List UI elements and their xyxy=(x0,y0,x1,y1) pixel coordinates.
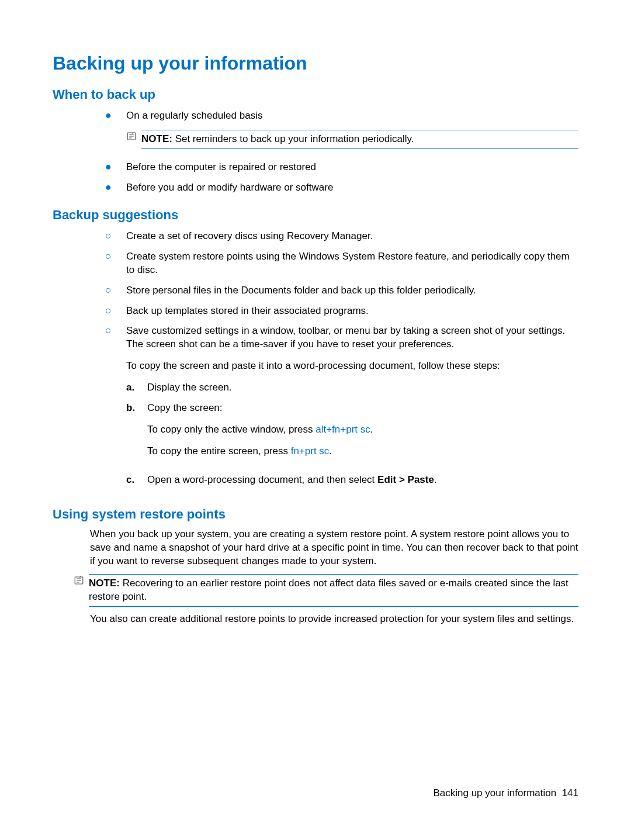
step-c: c. Open a word-processing document, and … xyxy=(126,473,578,487)
list-item: ○ Back up templates stored in their asso… xyxy=(105,305,578,318)
keyboard-shortcut: fn+prt sc xyxy=(291,445,330,457)
page-title: Backing up your information xyxy=(53,53,578,74)
step-marker: b. xyxy=(126,402,147,415)
note-text-content: Set reminders to back up your informatio… xyxy=(175,133,414,144)
note-label: NOTE: xyxy=(89,578,120,589)
list-item-text: Back up templates stored in their associ… xyxy=(126,305,578,318)
list-item: ● Before the computer is repaired or res… xyxy=(105,161,578,174)
bullet-icon: ● xyxy=(105,161,126,174)
bullet-icon: ○ xyxy=(105,324,126,337)
note-box: NOTE: Recovering to an earlier restore p… xyxy=(74,574,578,607)
ordered-steps: a. Display the screen. b. Copy the scree… xyxy=(126,381,578,487)
bullet-icon: ○ xyxy=(105,284,126,297)
list-item: ○ Store personal files in the Documents … xyxy=(105,284,578,298)
sub-paragraph: To copy the entire screen, press fn+prt … xyxy=(147,445,578,458)
page-footer: Backing up your information 141 xyxy=(433,787,578,799)
sub-paragraph: To copy the screen and paste it into a w… xyxy=(126,359,578,373)
note-icon xyxy=(126,130,141,145)
list-item-text: Save customized settings in a window, to… xyxy=(126,325,565,350)
period: . xyxy=(370,424,373,435)
step-a: a. Display the screen. xyxy=(126,381,578,395)
bullet-icon: ○ xyxy=(105,250,126,263)
note-label: NOTE: xyxy=(141,133,172,144)
section-heading-restore: Using system restore points xyxy=(53,507,578,522)
list-item-text: Store personal files in the Documents fo… xyxy=(126,284,578,298)
when-list: ● On a regularly scheduled basis NOTE: S… xyxy=(53,109,578,195)
step-sub-pre: To copy the entire screen, press xyxy=(147,445,291,457)
step-text-pre: Open a word-processing document, and the… xyxy=(147,474,377,485)
footer-text: Backing up your information xyxy=(433,787,556,798)
paragraph: You also can create additional restore p… xyxy=(90,613,578,626)
suggestions-list: ○ Create a set of recovery discs using R… xyxy=(53,230,578,494)
step-marker: c. xyxy=(126,473,147,487)
note-box: NOTE: Set reminders to back up your info… xyxy=(126,130,578,149)
bullet-icon: ○ xyxy=(105,230,126,243)
step-text-post: . xyxy=(434,474,437,485)
keyboard-shortcut: alt+fn+prt sc xyxy=(316,424,370,435)
section-heading-when: When to back up xyxy=(53,87,578,102)
list-item-text: Before the computer is repaired or resto… xyxy=(126,161,578,174)
paragraph: When you back up your system, you are cr… xyxy=(90,528,578,568)
list-item: ● Before you add or modify hardware or s… xyxy=(105,181,578,195)
period: . xyxy=(329,445,332,457)
section-heading-suggestions: Backup suggestions xyxy=(53,208,578,223)
bullet-icon: ○ xyxy=(105,305,126,317)
page-number: 141 xyxy=(562,787,578,798)
note-icon xyxy=(74,574,89,589)
list-item: ○ Create system restore points using the… xyxy=(105,250,578,277)
step-text: Copy the screen: xyxy=(147,402,223,413)
list-item-text: Create a set of recovery discs using Rec… xyxy=(126,230,578,243)
document-page: Backing up your information When to back… xyxy=(0,0,631,840)
list-item-text: Before you add or modify hardware or sof… xyxy=(126,181,578,195)
step-sub-pre: To copy only the active window, press xyxy=(147,424,316,435)
list-item-text: On a regularly scheduled basis xyxy=(126,110,262,121)
step-b: b. Copy the screen: To copy only the act… xyxy=(126,402,578,466)
sub-paragraph: To copy only the active window, press al… xyxy=(147,423,578,437)
step-marker: a. xyxy=(126,381,147,395)
list-item: ○ Create a set of recovery discs using R… xyxy=(105,230,578,243)
list-item: ○ Save customized settings in a window, … xyxy=(105,324,578,494)
list-item: ● On a regularly scheduled basis NOTE: S… xyxy=(105,109,578,154)
menu-path: Edit > Paste xyxy=(377,474,434,485)
note-text-content: Recovering to an earlier restore point d… xyxy=(89,578,568,602)
step-text: Display the screen. xyxy=(147,381,578,395)
list-item-text: Create system restore points using the W… xyxy=(126,250,578,277)
bullet-icon: ● xyxy=(105,181,126,194)
bullet-icon: ● xyxy=(105,109,126,122)
